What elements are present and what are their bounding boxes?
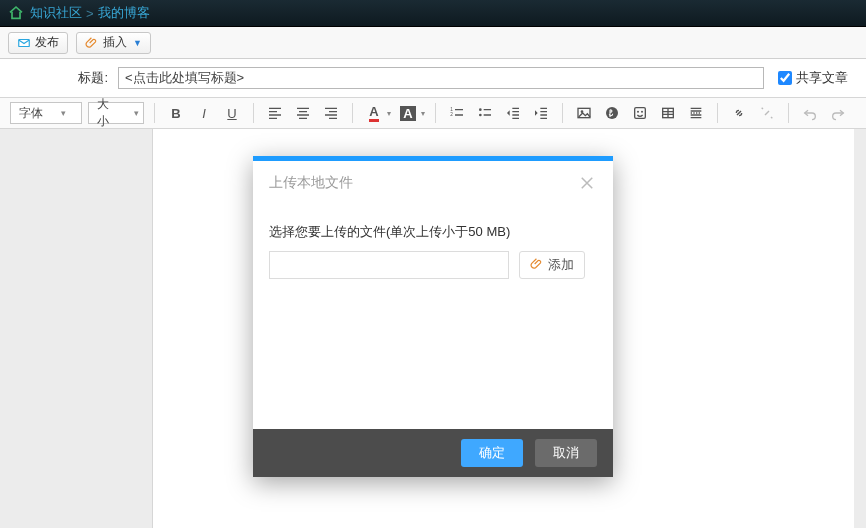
svg-text:2: 2 [450, 112, 453, 117]
dialog-footer: 确定 取消 [253, 429, 613, 477]
svg-point-7 [606, 107, 618, 119]
bold-button[interactable]: B [165, 102, 187, 124]
unlink-button[interactable] [756, 102, 778, 124]
insert-label: 插入 [103, 34, 127, 51]
toolbar-separator [562, 103, 563, 123]
mail-icon [17, 36, 31, 50]
font-size-combo[interactable]: 大小 ▾ [88, 102, 144, 124]
indent-button[interactable] [530, 102, 552, 124]
dialog-title: 上传本地文件 [269, 174, 353, 192]
chevron-down-icon[interactable]: ▾ [387, 109, 391, 118]
editor-gutter-right [854, 129, 866, 528]
link-button[interactable] [728, 102, 750, 124]
publish-button[interactable]: 发布 [8, 32, 68, 54]
font-size-label: 大小 [97, 96, 116, 130]
toolbar-separator [352, 103, 353, 123]
table-button[interactable] [657, 102, 679, 124]
align-left-button[interactable] [264, 102, 286, 124]
breadcrumb-separator: > [86, 6, 94, 21]
redo-button[interactable] [827, 102, 849, 124]
upload-hint: 选择您要上传的文件(单次上传小于50 MB) [269, 223, 597, 241]
share-label: 共享文章 [796, 69, 848, 87]
page-break-button[interactable] [685, 102, 707, 124]
toolbar-separator [717, 103, 718, 123]
smiley-button[interactable] [629, 102, 651, 124]
ok-button[interactable]: 确定 [461, 439, 523, 467]
add-file-button[interactable]: 添加 [519, 251, 585, 279]
font-family-label: 字体 [19, 105, 43, 122]
dropdown-caret-icon: ▼ [133, 38, 142, 48]
toolbar-separator [788, 103, 789, 123]
align-center-button[interactable] [292, 102, 314, 124]
title-input[interactable] [118, 67, 764, 89]
italic-button[interactable]: I [193, 102, 215, 124]
font-color-button[interactable]: A [363, 102, 385, 124]
publish-label: 发布 [35, 34, 59, 51]
svg-point-4 [479, 114, 482, 117]
editor-gutter-left [0, 129, 152, 528]
svg-text:1: 1 [450, 107, 453, 112]
svg-point-10 [641, 111, 643, 113]
image-button[interactable] [573, 102, 595, 124]
upload-dialog: 上传本地文件 选择您要上传的文件(单次上传小于50 MB) 添加 确定 取消 [253, 156, 613, 477]
undo-button[interactable] [799, 102, 821, 124]
editor-toolbar: 字体 ▾ 大小 ▾ B I U A ▾ A ▾ 12 [0, 97, 866, 129]
breadcrumb-level1[interactable]: 知识社区 [30, 4, 82, 22]
breadcrumb-level2[interactable]: 我的博客 [98, 4, 150, 22]
cancel-button[interactable]: 取消 [535, 439, 597, 467]
toolbar-separator [435, 103, 436, 123]
align-right-button[interactable] [320, 102, 342, 124]
attachment-icon [85, 36, 99, 50]
toolbar-separator [253, 103, 254, 123]
chevron-down-icon: ▾ [134, 108, 139, 118]
dialog-body: 选择您要上传的文件(单次上传小于50 MB) 添加 [253, 203, 613, 429]
title-label: 标题: [0, 69, 112, 87]
ordered-list-button[interactable]: 12 [446, 102, 468, 124]
toolbar-separator [154, 103, 155, 123]
font-family-combo[interactable]: 字体 ▾ [10, 102, 82, 124]
outdent-button[interactable] [502, 102, 524, 124]
attachment-icon [530, 257, 544, 274]
insert-button[interactable]: 插入 ▼ [76, 32, 151, 54]
chevron-down-icon[interactable]: ▾ [421, 109, 425, 118]
share-checkbox[interactable] [778, 71, 792, 85]
svg-point-3 [479, 108, 482, 111]
underline-button[interactable]: U [221, 102, 243, 124]
share-toggle[interactable]: 共享文章 [770, 69, 856, 87]
svg-point-9 [637, 111, 639, 113]
action-toolbar: 发布 插入 ▼ [0, 27, 866, 59]
file-path-input[interactable] [269, 251, 509, 279]
dialog-header: 上传本地文件 [253, 161, 613, 203]
breadcrumb-bar: 知识社区 > 我的博客 [0, 0, 866, 27]
flash-button[interactable] [601, 102, 623, 124]
title-row: 标题: 共享文章 [0, 59, 866, 97]
unordered-list-button[interactable] [474, 102, 496, 124]
chevron-down-icon: ▾ [61, 108, 66, 118]
add-file-label: 添加 [548, 256, 574, 274]
home-icon [8, 5, 24, 21]
background-color-button[interactable]: A [397, 102, 419, 124]
close-icon[interactable] [577, 173, 597, 193]
